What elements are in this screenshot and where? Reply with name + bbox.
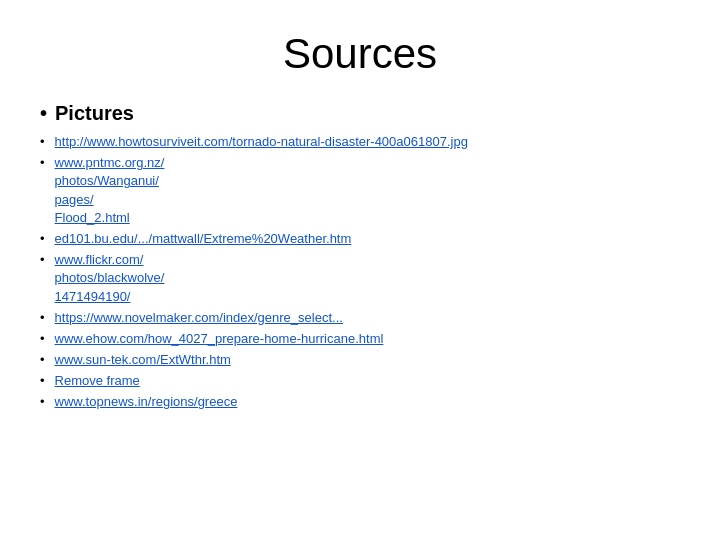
page: Sources • Pictures • http://www.howtosur… bbox=[0, 0, 720, 540]
list-item: • https://www.novelmaker.com/index/genre… bbox=[40, 309, 680, 327]
link-9[interactable]: www.topnews.in/regions/greece bbox=[55, 393, 238, 411]
list-item: • www.topnews.in/regions/greece bbox=[40, 393, 680, 411]
link-6[interactable]: www.ehow.com/how_4027_prepare-home-hurri… bbox=[55, 330, 384, 348]
link-1[interactable]: http://www.howtosurviveit.com/tornado-na… bbox=[55, 133, 468, 151]
link-4[interactable]: www.flickr.com/ photos/blackwolve/ 14714… bbox=[55, 251, 165, 306]
link-5[interactable]: https://www.novelmaker.com/index/genre_s… bbox=[55, 309, 343, 327]
section-pictures: • Pictures bbox=[40, 102, 680, 125]
bullet-icon: • bbox=[40, 102, 47, 125]
section-label-text: Pictures bbox=[55, 102, 134, 125]
link-3[interactable]: ed101.bu.edu/.../mattwall/Extreme%20Weat… bbox=[55, 230, 352, 248]
list-bullet: • bbox=[40, 351, 45, 369]
list-bullet: • bbox=[40, 251, 45, 269]
list-item: • www.sun-tek.com/ExtWthr.htm bbox=[40, 351, 680, 369]
link-2[interactable]: www.pntmc.org.nz/ photos/Wanganui/ pages… bbox=[55, 154, 165, 227]
list-bullet: • bbox=[40, 372, 45, 390]
list-bullet: • bbox=[40, 330, 45, 348]
list-item: • ed101.bu.edu/.../mattwall/Extreme%20We… bbox=[40, 230, 680, 248]
page-title: Sources bbox=[40, 30, 680, 78]
list-bullet: • bbox=[40, 133, 45, 151]
list-item: • www.ehow.com/how_4027_prepare-home-hur… bbox=[40, 330, 680, 348]
link-8[interactable]: Remove frame bbox=[55, 372, 140, 390]
list-item: • www.flickr.com/ photos/blackwolve/ 147… bbox=[40, 251, 680, 306]
list-bullet: • bbox=[40, 154, 45, 172]
list-item: • Remove frame bbox=[40, 372, 680, 390]
link-7[interactable]: www.sun-tek.com/ExtWthr.htm bbox=[55, 351, 231, 369]
list-bullet: • bbox=[40, 393, 45, 411]
list-item: • http://www.howtosurviveit.com/tornado-… bbox=[40, 133, 680, 151]
links-list: • http://www.howtosurviveit.com/tornado-… bbox=[40, 133, 680, 415]
list-bullet: • bbox=[40, 309, 45, 327]
list-item: • www.pntmc.org.nz/ photos/Wanganui/ pag… bbox=[40, 154, 680, 227]
list-bullet: • bbox=[40, 230, 45, 248]
